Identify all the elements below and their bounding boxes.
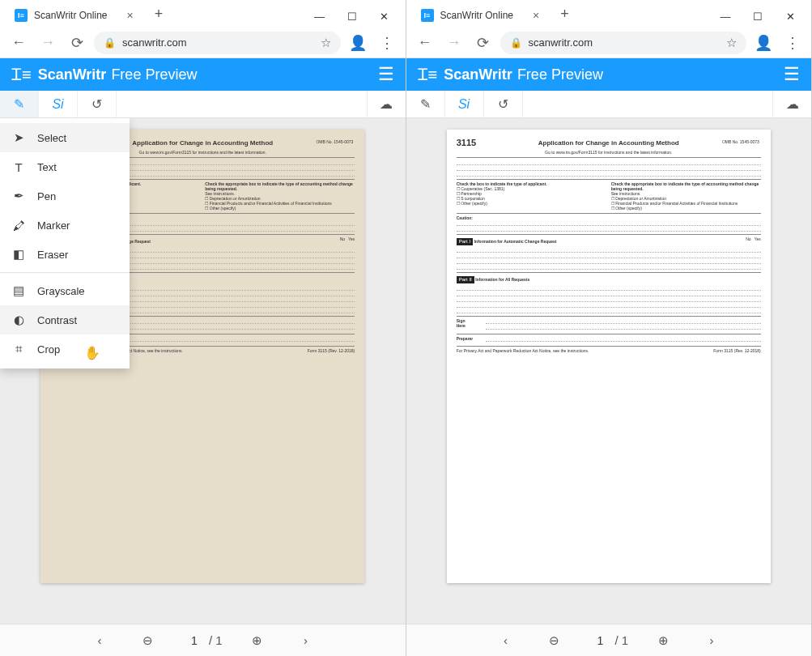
edit-dropdown-menu: ➤Select TText ✒Pen 🖍Marker ◧Eraser ▤Gray… bbox=[0, 118, 130, 368]
address-bar[interactable]: 🔒 scanwritr.com ☆ bbox=[94, 32, 341, 54]
minimize-icon[interactable]: — bbox=[709, 5, 742, 28]
page-next-button[interactable]: › bbox=[292, 628, 320, 653]
window-controls: — ☐ ✕ bbox=[304, 5, 406, 28]
window-controls: — ☐ ✕ bbox=[709, 5, 811, 28]
nav-forward-button[interactable]: → bbox=[442, 31, 466, 55]
zoom-out-button[interactable]: ⊖ bbox=[134, 628, 162, 653]
address-bar[interactable]: 🔒 scanwritr.com ☆ bbox=[500, 32, 747, 54]
close-icon[interactable]: ✕ bbox=[774, 5, 806, 28]
menu-pen[interactable]: ✒Pen bbox=[0, 181, 130, 211]
titlebar: I≡ ScanWritr Online × + — ☐ ✕ bbox=[0, 0, 406, 28]
document-page-clean[interactable]: 3115 OMB No. 1545-0073 Application for C… bbox=[447, 130, 771, 583]
tab-title: ScanWritr Online bbox=[34, 10, 107, 21]
profile-avatar-icon[interactable]: 👤 bbox=[346, 31, 370, 55]
app-logo-icon: Ꮖ≡ bbox=[418, 66, 438, 84]
document-canvas[interactable]: ➤Select TText ✒Pen 🖍Marker ◧Eraser ▤Gray… bbox=[0, 118, 406, 624]
menu-crop[interactable]: ⌗Crop bbox=[0, 334, 130, 364]
menu-eraser[interactable]: ◧Eraser bbox=[0, 240, 130, 269]
signature-tool-button[interactable]: Si bbox=[445, 91, 484, 117]
form-number: 3115 bbox=[457, 138, 476, 148]
app-subtitle: Free Preview bbox=[517, 66, 603, 83]
tab-close-icon[interactable]: × bbox=[533, 9, 539, 22]
maximize-icon[interactable]: ☐ bbox=[742, 5, 774, 28]
url-text: scanwritr.com bbox=[529, 36, 593, 49]
zoom-in-button[interactable]: ⊕ bbox=[244, 628, 271, 653]
nav-reload-button[interactable]: ⟳ bbox=[471, 31, 495, 55]
bookmark-star-icon[interactable]: ☆ bbox=[321, 36, 331, 50]
omb-number: OMB No. 1545-0073 bbox=[722, 139, 759, 144]
page-indicator: / 1 bbox=[589, 633, 628, 647]
menu-select[interactable]: ➤Select bbox=[0, 123, 130, 152]
page-prev-button[interactable]: ‹ bbox=[86, 628, 113, 653]
page-current-input[interactable] bbox=[589, 634, 611, 647]
app-header: Ꮖ≡ ScanWritr Free Preview ☰ bbox=[0, 58, 406, 91]
app-header: Ꮖ≡ ScanWritr Free Preview ☰ bbox=[406, 58, 812, 91]
new-tab-button[interactable]: + bbox=[150, 6, 168, 23]
bookmark-star-icon[interactable]: ☆ bbox=[726, 36, 737, 50]
browser-menu-icon[interactable]: ⋮ bbox=[780, 31, 805, 55]
contrast-icon: ◐ bbox=[11, 313, 26, 327]
toolbar: ✎ Si ↺ ☁ bbox=[0, 91, 406, 118]
text-icon: T bbox=[11, 160, 26, 174]
page-next-button[interactable]: › bbox=[698, 628, 725, 653]
browser-tab[interactable]: I≡ ScanWritr Online × bbox=[6, 3, 142, 28]
nav-back-button[interactable]: ← bbox=[6, 31, 31, 55]
paginator-bar: ‹ ⊖ / 1 ⊕ › bbox=[406, 624, 812, 656]
nav-reload-button[interactable]: ⟳ bbox=[65, 31, 89, 55]
hamburger-menu-icon[interactable]: ☰ bbox=[378, 64, 394, 85]
menu-grayscale[interactable]: ▤Grayscale bbox=[0, 276, 130, 305]
zoom-out-button[interactable]: ⊖ bbox=[540, 628, 568, 653]
browser-menu-icon[interactable]: ⋮ bbox=[375, 31, 399, 55]
cloud-download-button[interactable]: ☁ bbox=[367, 91, 406, 117]
mouse-cursor-icon: ✋ bbox=[84, 345, 100, 360]
close-icon[interactable]: ✕ bbox=[368, 5, 401, 28]
undo-button[interactable]: ↺ bbox=[78, 91, 117, 117]
favicon-icon: I≡ bbox=[15, 9, 28, 22]
hamburger-menu-icon[interactable]: ☰ bbox=[784, 64, 800, 85]
page-prev-button[interactable]: ‹ bbox=[491, 628, 519, 653]
form-title: Application for Change in Accounting Met… bbox=[457, 139, 761, 147]
cloud-download-button[interactable]: ☁ bbox=[772, 91, 811, 117]
favicon-icon: I≡ bbox=[421, 9, 434, 22]
url-bar: ← → ⟳ 🔒 scanwritr.com ☆ 👤 ⋮ bbox=[406, 28, 812, 58]
menu-separator bbox=[0, 272, 130, 273]
tab-close-icon[interactable]: × bbox=[126, 9, 133, 22]
maximize-icon[interactable]: ☐ bbox=[336, 5, 368, 28]
lock-icon: 🔒 bbox=[510, 37, 522, 49]
url-text: scanwritr.com bbox=[122, 36, 186, 49]
menu-contrast[interactable]: ◐Contrast bbox=[0, 305, 130, 334]
cursor-icon: ➤ bbox=[11, 130, 26, 145]
tab-title: ScanWritr Online bbox=[440, 10, 513, 21]
app-brand: ScanWritr bbox=[38, 66, 107, 83]
right-pane: I≡ ScanWritr Online × + — ☐ ✕ ← → ⟳ 🔒 sc… bbox=[406, 0, 813, 656]
menu-text[interactable]: TText bbox=[0, 152, 130, 181]
browser-tab[interactable]: I≡ ScanWritr Online × bbox=[413, 3, 548, 28]
nav-forward-button[interactable]: → bbox=[36, 31, 60, 55]
edit-tool-button[interactable]: ✎ bbox=[406, 91, 445, 117]
marker-icon: 🖍 bbox=[11, 219, 26, 232]
page-current-input[interactable] bbox=[183, 634, 206, 647]
zoom-in-button[interactable]: ⊕ bbox=[649, 628, 677, 653]
signature-tool-button[interactable]: Si bbox=[39, 91, 78, 117]
menu-marker[interactable]: 🖍Marker bbox=[0, 211, 130, 240]
edit-tool-button[interactable]: ✎ bbox=[0, 91, 39, 117]
new-tab-button[interactable]: + bbox=[555, 6, 574, 23]
titlebar: I≡ ScanWritr Online × + — ☐ ✕ bbox=[406, 0, 812, 28]
grayscale-icon: ▤ bbox=[11, 283, 26, 298]
omb-number: OMB No. 1545-0073 bbox=[316, 139, 353, 144]
document-canvas[interactable]: 3115 OMB No. 1545-0073 Application for C… bbox=[406, 118, 812, 624]
profile-avatar-icon[interactable]: 👤 bbox=[751, 31, 776, 55]
left-pane: I≡ ScanWritr Online × + — ☐ ✕ ← → ⟳ 🔒 sc… bbox=[0, 0, 406, 656]
eraser-icon: ◧ bbox=[11, 247, 26, 262]
app-brand: ScanWritr bbox=[444, 66, 512, 83]
page-indicator: / 1 bbox=[183, 633, 223, 647]
minimize-icon[interactable]: — bbox=[304, 5, 336, 28]
undo-button[interactable]: ↺ bbox=[484, 91, 523, 117]
paginator-bar: ‹ ⊖ / 1 ⊕ › bbox=[0, 624, 406, 656]
toolbar: ✎ Si ↺ ☁ bbox=[406, 91, 812, 118]
nav-back-button[interactable]: ← bbox=[413, 31, 437, 55]
crop-icon: ⌗ bbox=[11, 342, 26, 356]
app-logo-icon: Ꮖ≡ bbox=[11, 66, 32, 84]
lock-icon: 🔒 bbox=[104, 37, 116, 49]
pen-icon: ✒ bbox=[11, 189, 26, 203]
